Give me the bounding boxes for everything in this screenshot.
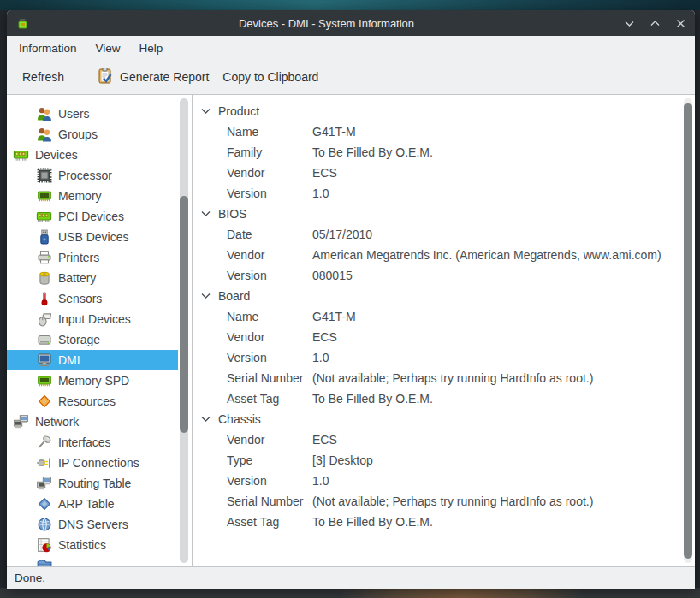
sidebar-item-label: Routing Table — [58, 477, 131, 490]
menu-help[interactable]: Help — [139, 42, 163, 55]
kv-row[interactable]: NameG41T-M — [198, 306, 678, 327]
sidebar-item-interfaces[interactable]: Interfaces — [7, 432, 178, 453]
chevron-down-icon — [201, 293, 211, 299]
kv-label: Type — [227, 453, 312, 467]
section-header-bios[interactable]: BIOS — [198, 204, 678, 224]
sidebar-item-label: Devices — [35, 148, 78, 162]
kv-value: G41T-M — [312, 125, 678, 139]
kv-value: ECS — [312, 433, 678, 447]
maximize-icon[interactable] — [649, 17, 661, 29]
close-icon[interactable] — [674, 17, 686, 29]
sidebar-item-arp-table[interactable]: ARP Table — [7, 494, 178, 514]
sidebar-item-ip-connections[interactable]: IP Connections — [7, 453, 178, 473]
kv-value: ECS — [312, 330, 678, 344]
statusbar: Done. — [7, 566, 695, 589]
sidebar-item-label: Memory SPD — [58, 374, 129, 388]
sidebar-item-label: Processor — [58, 169, 112, 182]
menu-view[interactable]: View — [96, 42, 121, 55]
sidebar-item-label: Groups — [58, 127, 98, 141]
mouse-keyboard-icon — [36, 311, 52, 327]
sidebar-item-label: Printers — [58, 251, 99, 264]
kv-row[interactable]: Asset TagTo Be Filled By O.E.M. — [198, 512, 678, 532]
kv-row[interactable]: Version1.0 — [198, 183, 678, 204]
main-scrollbar-thumb[interactable] — [684, 103, 692, 558]
sidebar-scrollbar-thumb[interactable] — [180, 196, 188, 433]
sidebar-item-memory[interactable]: Memory — [7, 186, 178, 206]
section-header-product[interactable]: Product — [198, 101, 678, 121]
generate-report-button[interactable]: Generate Report — [92, 63, 214, 91]
pci-card-icon — [36, 209, 52, 224]
kv-label: Serial Number — [227, 494, 312, 508]
sidebar-scrollbar[interactable] — [179, 98, 189, 563]
kv-value: 080015 — [312, 269, 678, 282]
dmi-detail-panel: Product NameG41T-M FamilyTo Be Filled By… — [193, 95, 695, 566]
kv-label: Vendor — [227, 330, 312, 344]
kv-row[interactable]: Asset TagTo Be Filled By O.E.M. — [198, 388, 678, 409]
main-scrollbar[interactable] — [683, 98, 693, 563]
kv-row[interactable]: Version1.0 — [198, 471, 678, 491]
kv-row[interactable]: VendorECS — [198, 327, 678, 347]
sidebar-item-input-devices[interactable]: Input Devices — [7, 309, 178, 329]
sidebar-item-memory-spd[interactable]: Memory SPD — [7, 370, 178, 391]
chevron-down-icon — [201, 416, 211, 423]
sidebar-item-printers[interactable]: Printers — [7, 247, 178, 268]
kv-value: [3] Desktop — [312, 453, 678, 467]
refresh-button[interactable]: Refresh — [17, 67, 69, 87]
battery-icon — [36, 270, 52, 286]
kv-label: Vendor — [227, 433, 312, 447]
sidebar-item-dmi[interactable]: DMI — [7, 350, 178, 370]
cable-icon — [36, 435, 52, 450]
kv-value: G41T-M — [312, 310, 678, 323]
sidebar-item-devices[interactable]: Devices — [7, 145, 178, 165]
copy-to-clipboard-button[interactable]: Copy to Clipboard — [217, 67, 323, 87]
sidebar-item-battery[interactable]: Battery — [7, 268, 178, 288]
kv-row[interactable]: Serial Number(Not available; Perhaps try… — [198, 368, 678, 388]
app-window: Devices - DMI - System Information Infor… — [7, 10, 695, 589]
sidebar-item-network[interactable]: Network — [7, 411, 178, 432]
sidebar-item-processor[interactable]: Processor — [7, 165, 178, 186]
plug-icon — [36, 455, 52, 471]
sidebar-item-groups[interactable]: Groups — [7, 124, 178, 145]
sidebar-item-clipped[interactable] — [7, 555, 178, 566]
kv-row[interactable]: Serial Number(Not available; Perhaps try… — [198, 491, 678, 512]
minimize-icon[interactable] — [623, 17, 635, 29]
kv-row[interactable]: VendorECS — [198, 163, 678, 183]
sidebar-item-sensors[interactable]: Sensors — [7, 288, 178, 309]
kv-label: Vendor — [227, 166, 312, 180]
sidebar-item-users[interactable]: Users — [7, 104, 178, 124]
sidebar-item-label: Memory — [58, 189, 102, 203]
menu-information[interactable]: Information — [19, 42, 77, 55]
kv-row[interactable]: VendorECS — [198, 429, 678, 450]
section-chassis: Chassis VendorECS Type[3] Desktop Versio… — [198, 409, 678, 532]
groups-icon — [36, 127, 52, 142]
menubar: Information View Help — [7, 36, 695, 60]
sidebar-item-label: Network — [35, 415, 79, 429]
kv-row[interactable]: NameG41T-M — [198, 121, 678, 142]
kv-row[interactable]: Version1.0 — [198, 347, 678, 368]
sidebar-item-statistics[interactable]: Statistics — [7, 535, 178, 555]
kv-row[interactable]: Type[3] Desktop — [198, 450, 678, 471]
kv-row[interactable]: Date05/17/2010 — [198, 224, 678, 245]
section-header-chassis[interactable]: Chassis — [198, 409, 678, 429]
kv-value: 05/17/2010 — [312, 228, 678, 241]
kv-label: Asset Tag — [227, 392, 312, 406]
section-header-board[interactable]: Board — [198, 286, 678, 306]
sidebar-item-resources[interactable]: Resources — [7, 391, 178, 411]
sidebar-item-routing-table[interactable]: Routing Table — [7, 473, 178, 494]
kv-row[interactable]: Version080015 — [198, 265, 678, 286]
folder-icon — [36, 558, 52, 566]
section-title: Chassis — [218, 412, 261, 426]
kv-label: Date — [227, 228, 312, 241]
content-area: Users Groups Devices Processor Memory — [7, 95, 695, 566]
kv-value: To Be Filled By O.E.M. — [312, 515, 678, 529]
sidebar-item-usb-devices[interactable]: USB Devices — [7, 227, 178, 247]
kv-row[interactable]: VendorAmerican Megatrends Inc. (American… — [198, 245, 678, 265]
sidebar-item-label: ARP Table — [58, 497, 115, 511]
sidebar-item-storage[interactable]: Storage — [7, 329, 178, 350]
titlebar[interactable]: Devices - DMI - System Information — [7, 10, 695, 36]
sidebar-item-dns-servers[interactable]: DNS Servers — [7, 514, 178, 535]
kv-value: (Not available; Perhaps try running Hard… — [312, 371, 678, 385]
network-computers-icon — [36, 476, 52, 491]
sidebar-item-pci-devices[interactable]: PCI Devices — [7, 206, 178, 227]
kv-row[interactable]: FamilyTo Be Filled By O.E.M. — [198, 142, 678, 163]
